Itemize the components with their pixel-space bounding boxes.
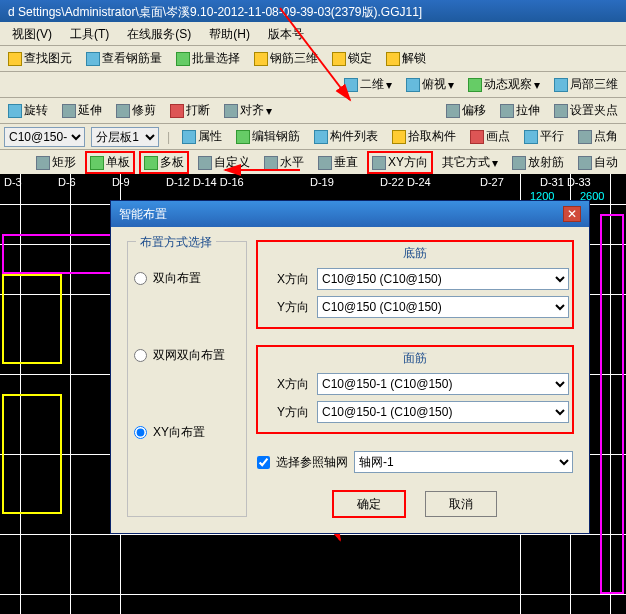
binoculars-icon (8, 52, 22, 66)
ptangle-label: 点角 (594, 128, 618, 145)
toolbar-1: 查找图元 查看钢筋量 批量选择 钢筋三维 锁定 解锁 (0, 46, 626, 72)
cancel-button[interactable]: 取消 (425, 491, 497, 517)
axis-checkbox[interactable] (257, 456, 270, 469)
custom-label: 自定义 (214, 154, 250, 171)
rotate-button[interactable]: 旋转 (4, 100, 52, 121)
trim-button[interactable]: 修剪 (112, 100, 160, 121)
radial-button[interactable]: 放射筋 (508, 152, 568, 173)
menu-help[interactable]: 帮助(H) (201, 24, 258, 43)
radio-xy[interactable]: XY向布置 (134, 424, 240, 441)
batch-select-button[interactable]: 批量选择 (172, 48, 244, 69)
right-panel: 底筋 X方向C10@150 (C10@150) Y方向C10@150 (C10@… (257, 241, 573, 517)
toolbar-5: 矩形 单板 多板 自定义 水平 垂直 XY方向 其它方式▾ 放射筋 自动 (0, 150, 626, 176)
parallel-button[interactable]: 平行 (520, 126, 568, 147)
single-label: 单板 (106, 154, 130, 171)
parallel-icon (524, 130, 538, 144)
pick-comp-button[interactable]: 拾取构件 (388, 126, 460, 147)
xdir-label: X方向 (261, 376, 309, 393)
drawpt-label: 画点 (486, 128, 510, 145)
lock-label: 锁定 (348, 50, 372, 67)
align-label: 对齐 (240, 102, 264, 119)
pivot-label: 设置夹点 (570, 102, 618, 119)
dialog-title: 智能布置 (119, 206, 167, 223)
axis-combo[interactable]: 轴网-1 (354, 451, 573, 473)
find-element-button[interactable]: 查找图元 (4, 48, 76, 69)
rotate-label: 旋转 (24, 102, 48, 119)
menu-online[interactable]: 在线服务(S) (119, 24, 199, 43)
align-button[interactable]: 对齐▾ (220, 100, 276, 121)
props-button[interactable]: 属性 (178, 126, 226, 147)
rect-button[interactable]: 矩形 (32, 152, 80, 173)
radio-double-net[interactable]: 双网双向布置 (134, 347, 240, 364)
rebar-label: 查看钢筋量 (102, 50, 162, 67)
toolbar-2: 二维▾ 俯视▾ 动态观察▾ 局部三维 (0, 72, 626, 98)
menu-tools[interactable]: 工具(T) (62, 24, 117, 43)
vertical-button[interactable]: 垂直 (314, 152, 362, 173)
bottom-y-combo[interactable]: C10@150 (C10@150) (317, 296, 569, 318)
xdir-label: X方向 (261, 271, 309, 288)
grid-label: D-22 D-24 (380, 176, 431, 188)
orbit-label: 动态观察 (484, 76, 532, 93)
batch-label: 批量选择 (192, 50, 240, 67)
menu-view[interactable]: 视图(V) (4, 24, 60, 43)
auto-button[interactable]: 自动 (574, 152, 622, 173)
layer-combo[interactable]: 分层板1 (91, 127, 159, 147)
radial-icon (512, 156, 526, 170)
rebar3d-label: 钢筋三维 (270, 50, 318, 67)
complist-icon (314, 130, 328, 144)
stretch-button[interactable]: 拉伸 (496, 100, 544, 121)
grid-label: D-6 (58, 176, 76, 188)
orbit-button[interactable]: 动态观察▾ (464, 74, 544, 95)
unlock-button[interactable]: 解锁 (382, 48, 430, 69)
edit-rebar-button[interactable]: 编辑钢筋 (232, 126, 304, 147)
single-icon (90, 156, 104, 170)
ok-button[interactable]: 确定 (333, 491, 405, 517)
horizontal-button[interactable]: 水平 (260, 152, 308, 173)
rebar-3d-button[interactable]: 钢筋三维 (250, 48, 322, 69)
batch-icon (176, 52, 190, 66)
grid-label: D-27 (480, 176, 504, 188)
local3d-icon (554, 78, 568, 92)
orbit-icon (468, 78, 482, 92)
extend-button[interactable]: 延伸 (58, 100, 106, 121)
group-legend: 布置方式选择 (136, 234, 216, 251)
lock-button[interactable]: 锁定 (328, 48, 376, 69)
pick-label: 拾取构件 (408, 128, 456, 145)
offset-label: 偏移 (462, 102, 486, 119)
dialog-titlebar[interactable]: 智能布置 ✕ (111, 201, 589, 227)
rebar3d-icon (254, 52, 268, 66)
draw-point-button[interactable]: 画点 (466, 126, 514, 147)
custom-button[interactable]: 自定义 (194, 152, 254, 173)
offset-button[interactable]: 偏移 (442, 100, 490, 121)
radio-label: 双向布置 (153, 270, 201, 287)
break-button[interactable]: 打断 (166, 100, 214, 121)
lock-icon (332, 52, 346, 66)
bottom-x-combo[interactable]: C10@150 (C10@150) (317, 268, 569, 290)
pivot-button[interactable]: 设置夹点 (550, 100, 622, 121)
local3d-button[interactable]: 局部三维 (550, 74, 622, 95)
topview-button[interactable]: 俯视▾ (402, 74, 458, 95)
bottom-rebar-label: 底筋 (261, 245, 569, 262)
menu-version[interactable]: 版本号 (260, 24, 312, 43)
radio-bidir[interactable]: 双向布置 (134, 270, 240, 287)
rect-icon (36, 156, 50, 170)
top-y-combo[interactable]: C10@150-1 (C10@150) (317, 401, 569, 423)
rebar-spec-combo[interactable]: C10@150- (4, 127, 85, 147)
top-rebar-label: 面筋 (261, 350, 569, 367)
layout-mode-group: 布置方式选择 双向布置 双网双向布置 XY向布置 (127, 241, 247, 517)
vert-icon (318, 156, 332, 170)
xy-direction-button[interactable]: XY方向 (368, 152, 432, 173)
point-angle-button[interactable]: 点角 (574, 126, 622, 147)
multi-label: 多板 (160, 154, 184, 171)
close-icon[interactable]: ✕ (563, 206, 581, 222)
top-x-combo[interactable]: C10@150-1 (C10@150) (317, 373, 569, 395)
multi-panel-button[interactable]: 多板 (140, 152, 188, 173)
other-mode-button[interactable]: 其它方式▾ (438, 152, 502, 173)
view-rebar-button[interactable]: 查看钢筋量 (82, 48, 166, 69)
2d-button[interactable]: 二维▾ (340, 74, 396, 95)
custom-icon (198, 156, 212, 170)
comp-list-button[interactable]: 构件列表 (310, 126, 382, 147)
axis-check-label: 选择参照轴网 (276, 454, 348, 471)
single-panel-button[interactable]: 单板 (86, 152, 134, 173)
toolbar-4: C10@150- 分层板1 | 属性 编辑钢筋 构件列表 拾取构件 画点 平行 … (0, 124, 626, 150)
